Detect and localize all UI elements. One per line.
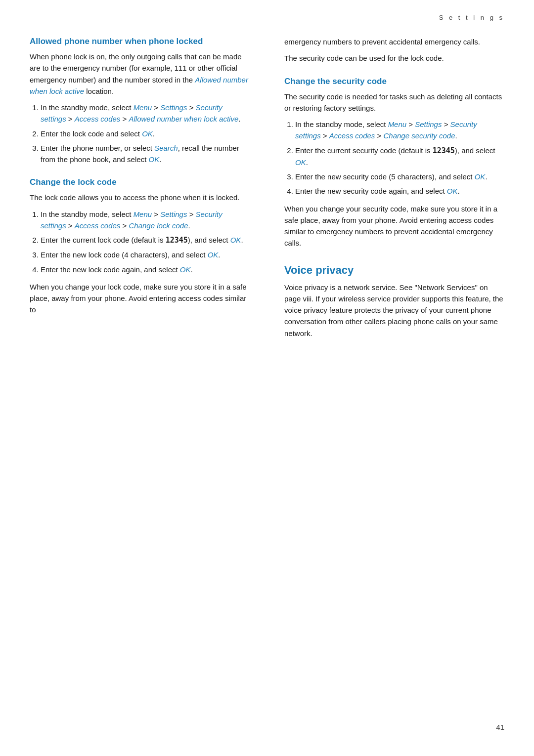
ok-link-7: OK bbox=[475, 172, 486, 181]
change-security-intro: The security code is needed for tasks su… bbox=[284, 91, 504, 114]
change-security-heading: Change the security code bbox=[284, 76, 504, 87]
section-change-security-code: Change the security code The security co… bbox=[284, 76, 504, 249]
lock-step-1: In the standby mode, select Menu > Setti… bbox=[41, 209, 250, 232]
page-content: Allowed phone number when phone locked W… bbox=[0, 26, 534, 380]
allowed-number-link[interactable]: Allowed number when lock active bbox=[30, 76, 248, 95]
change-lock-code-link: Change lock code bbox=[129, 221, 188, 230]
menu-link-1: Menu bbox=[134, 103, 152, 112]
lock-step-4: Enter the new lock code again, and selec… bbox=[41, 264, 250, 275]
ok-link-8: OK bbox=[447, 187, 458, 195]
allowed-step-2: Enter the lock code and select OK. bbox=[41, 128, 250, 139]
emergency-warning-1: emergency numbers to prevent accidental … bbox=[284, 36, 504, 47]
menu-link-3: Menu bbox=[388, 120, 407, 128]
page-header: S e t t i n g s bbox=[0, 0, 534, 26]
allowed-phone-heading: Allowed phone number when phone locked bbox=[30, 36, 250, 47]
section-allowed-phone-number: Allowed phone number when phone locked W… bbox=[30, 36, 250, 165]
allowed-step-3: Enter the phone number, or select Search… bbox=[41, 142, 250, 166]
ok-link-3: OK bbox=[230, 236, 241, 244]
settings-link-2: Settings bbox=[160, 210, 187, 218]
change-lock-heading: Change the lock code bbox=[30, 177, 250, 188]
allowed-phone-intro: When phone lock is on, the only outgoing… bbox=[30, 51, 250, 97]
access-codes-link-3: Access codes bbox=[329, 131, 375, 140]
settings-link-1: Settings bbox=[160, 103, 187, 112]
voice-privacy-heading: Voice privacy bbox=[284, 264, 504, 277]
security-step-4: Enter the new security code again, and s… bbox=[295, 185, 504, 197]
ok-link-1: OK bbox=[142, 129, 153, 138]
page-number: 41 bbox=[496, 723, 504, 731]
change-lock-intro: The lock code allows you to access the p… bbox=[30, 192, 250, 203]
lock-step-2: Enter the current lock code (default is … bbox=[41, 234, 250, 246]
search-link: Search bbox=[154, 144, 178, 152]
lock-code-continued: emergency numbers to prevent accidental … bbox=[284, 36, 504, 64]
security-code-note: The security code can be used for the lo… bbox=[284, 52, 504, 64]
security-step-2: Enter the current security code (default… bbox=[295, 145, 504, 168]
allowed-step-1: In the standby mode, select Menu > Setti… bbox=[41, 102, 250, 125]
right-column: emergency numbers to prevent accidental … bbox=[279, 36, 504, 351]
ok-link-4: OK bbox=[208, 251, 219, 259]
ok-link-5: OK bbox=[180, 265, 191, 274]
change-lock-footer: When you change your lock code, make sur… bbox=[30, 281, 250, 316]
default-lock-code: 12345 bbox=[166, 236, 188, 245]
allowed-phone-steps: In the standby mode, select Menu > Setti… bbox=[41, 102, 250, 165]
access-codes-link-1: Access codes bbox=[75, 115, 121, 123]
ok-link-6: OK bbox=[295, 158, 306, 167]
settings-link-3: Settings bbox=[415, 120, 442, 128]
security-step-3: Enter the new security code (5 character… bbox=[295, 171, 504, 182]
security-step-1: In the standby mode, select Menu > Setti… bbox=[295, 119, 504, 142]
change-security-footer: When you change your security code, make… bbox=[284, 203, 504, 249]
change-lock-steps: In the standby mode, select Menu > Setti… bbox=[41, 209, 250, 275]
left-column: Allowed phone number when phone locked W… bbox=[30, 36, 255, 351]
section-voice-privacy: Voice privacy Voice privacy is a network… bbox=[284, 264, 504, 339]
lock-step-3: Enter the new lock code (4 characters), … bbox=[41, 249, 250, 260]
default-security-code: 12345 bbox=[433, 146, 455, 155]
ok-link-2: OK bbox=[148, 155, 159, 164]
menu-link-2: Menu bbox=[134, 210, 152, 218]
section-change-lock-code: Change the lock code The lock code allow… bbox=[30, 177, 250, 315]
access-codes-link-2: Access codes bbox=[75, 221, 121, 230]
change-security-steps: In the standby mode, select Menu > Setti… bbox=[295, 119, 504, 197]
allowed-number-step-link: Allowed number when lock active bbox=[129, 115, 238, 123]
voice-privacy-text: Voice privacy is a network service. See … bbox=[284, 282, 504, 339]
change-security-code-link: Change security code bbox=[383, 131, 455, 140]
